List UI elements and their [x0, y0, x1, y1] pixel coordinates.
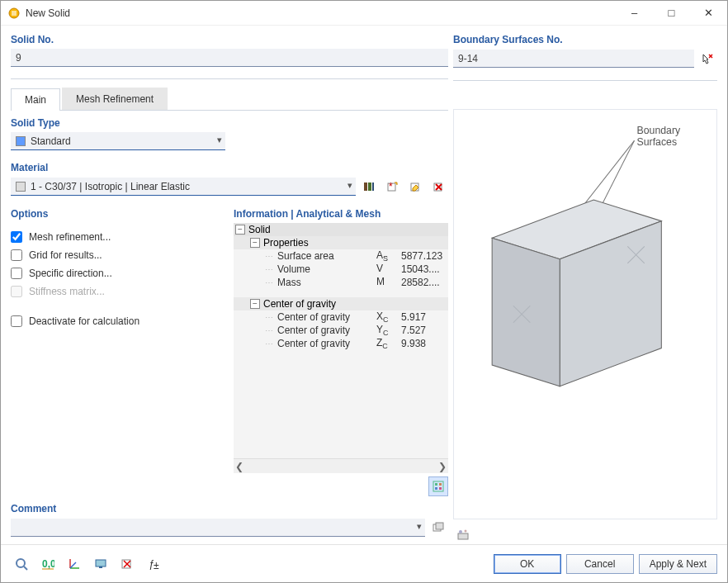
comment-pick-button[interactable] [428, 518, 448, 538]
svg-rect-3 [368, 182, 371, 191]
apply-next-button[interactable]: Apply & Next [639, 554, 717, 574]
chevron-down-icon: ▾ [217, 135, 222, 145]
opt-stiffness-matrix: Stiffness matrix... [11, 282, 225, 301]
tree-row-volume: ⋯VolumeV15043.... [234, 263, 448, 276]
units-button[interactable]: 0,00 [37, 553, 59, 575]
material-delete-button[interactable] [428, 177, 448, 197]
preview-settings-button[interactable] [453, 524, 473, 544]
help-button[interactable] [11, 553, 32, 575]
opt-mesh-refinement-checkbox[interactable] [11, 231, 22, 243]
comment-input[interactable]: ▾ [11, 519, 425, 537]
svg-rect-17 [436, 523, 443, 529]
display-button[interactable] [90, 553, 111, 575]
function-button[interactable]: ƒ± [143, 553, 164, 575]
material-edit-button[interactable] [405, 177, 425, 197]
chevron-down-icon: ▾ [417, 521, 422, 532]
solid-no-label: Solid No. [11, 34, 448, 45]
close-button[interactable]: ✕ [690, 1, 727, 26]
opt-mesh-refinement[interactable]: Mesh refinement... [11, 228, 225, 246]
footer: 0,00 ƒ± OK Cancel Apply & Next [1, 544, 727, 582]
opt-specific-direction-checkbox[interactable] [11, 268, 22, 279]
tab-bar: Main Mesh Refinement [11, 88, 448, 111]
material-library-button[interactable] [359, 177, 379, 197]
preview-panel[interactable]: Boundary Surfaces [453, 109, 717, 519]
material-new-button[interactable]: * [382, 177, 402, 197]
info-units-button[interactable] [428, 476, 448, 496]
collapse-icon[interactable]: − [250, 299, 260, 309]
info-tree[interactable]: −Solid −Properties ⋯Surface areaAS5877.1… [234, 223, 448, 458]
svg-rect-13 [439, 483, 442, 486]
tree-node-cog[interactable]: −Center of gravity [234, 297, 448, 310]
tree-row-mass: ⋯MassM28582.... [234, 276, 448, 289]
solid-type-value: Standard [31, 135, 71, 147]
tree-node-solid[interactable]: −Solid [234, 223, 448, 236]
opt-grid-results[interactable]: Grid for results... [11, 246, 225, 264]
svg-rect-11 [433, 481, 443, 491]
info-hscrollbar[interactable]: ❮❯ [234, 458, 448, 473]
surfaces-pick-button[interactable] [697, 49, 717, 69]
material-swatch [16, 182, 26, 192]
surfaces-label: Boundary Surfaces No. [453, 34, 717, 45]
svg-line-34 [24, 566, 27, 570]
svg-point-33 [17, 559, 25, 567]
options-label: Options [11, 208, 225, 220]
svg-line-39 [70, 562, 76, 568]
svg-point-31 [459, 530, 462, 533]
info-label: Information | Analytical & Mesh [234, 208, 448, 220]
svg-rect-15 [439, 487, 442, 490]
cancel-button[interactable]: Cancel [566, 554, 634, 574]
svg-point-32 [465, 530, 467, 533]
solid-type-label: Solid Type [11, 117, 225, 129]
axes-button[interactable] [64, 553, 85, 575]
tree-row-surface-area: ⋯Surface areaAS5877.123 [234, 249, 448, 263]
material-label: Material [11, 162, 448, 173]
svg-rect-40 [96, 560, 106, 566]
preview-annotation: Boundary [637, 125, 681, 136]
material-value: 1 - C30/37 | Isotropic | Linear Elastic [31, 181, 190, 192]
svg-text:*: * [389, 181, 393, 192]
opt-specific-direction[interactable]: Specific direction... [11, 264, 225, 282]
svg-rect-2 [364, 182, 367, 191]
collapse-icon[interactable]: − [235, 225, 245, 235]
surfaces-input[interactable] [453, 50, 694, 68]
window-title: New Solid [26, 7, 616, 19]
solid-no-input[interactable] [11, 49, 448, 67]
svg-rect-30 [458, 533, 468, 539]
svg-rect-14 [435, 487, 437, 490]
preview-annotation: Surfaces [637, 136, 678, 148]
opt-grid-results-checkbox[interactable] [11, 249, 22, 261]
svg-rect-12 [435, 483, 437, 486]
tree-row-cog-z: ⋯Center of gravityZC9.938 [234, 337, 448, 350]
opt-deactivate-checkbox[interactable] [11, 315, 22, 327]
tree-row-cog-x: ⋯Center of gravityXC5.917 [234, 310, 448, 324]
tab-mesh-refinement[interactable]: Mesh Refinement [62, 88, 168, 110]
tree-node-properties[interactable]: −Properties [234, 236, 448, 249]
svg-rect-4 [372, 182, 374, 191]
tab-main[interactable]: Main [11, 88, 60, 111]
solid-type-swatch [16, 136, 26, 146]
chevron-down-icon: ▾ [347, 180, 352, 191]
minimize-button[interactable]: – [616, 1, 653, 26]
scroll-right-icon[interactable]: ❯ [438, 461, 447, 472]
svg-line-20 [598, 140, 634, 212]
opt-stiffness-matrix-checkbox [11, 286, 22, 297]
svg-text:±: ± [154, 560, 159, 571]
tree-row-cog-y: ⋯Center of gravityYC7.527 [234, 324, 448, 337]
solid-type-select[interactable]: Standard ▾ [11, 132, 225, 150]
material-select[interactable]: 1 - C30/37 | Isotropic | Linear Elastic … [11, 178, 356, 196]
title-bar: New Solid – □ ✕ [1, 1, 727, 26]
ok-button[interactable]: OK [494, 554, 561, 574]
maximize-button[interactable]: □ [653, 1, 690, 26]
svg-text:0,00: 0,00 [42, 558, 54, 570]
svg-rect-1 [12, 11, 17, 16]
scroll-left-icon[interactable]: ❮ [235, 461, 243, 472]
app-icon [7, 7, 21, 20]
collapse-icon[interactable]: − [250, 238, 260, 248]
opt-deactivate[interactable]: Deactivate for calculation [11, 312, 225, 330]
reset-button[interactable] [116, 553, 138, 575]
comment-label: Comment [11, 503, 448, 514]
svg-rect-41 [99, 566, 102, 568]
